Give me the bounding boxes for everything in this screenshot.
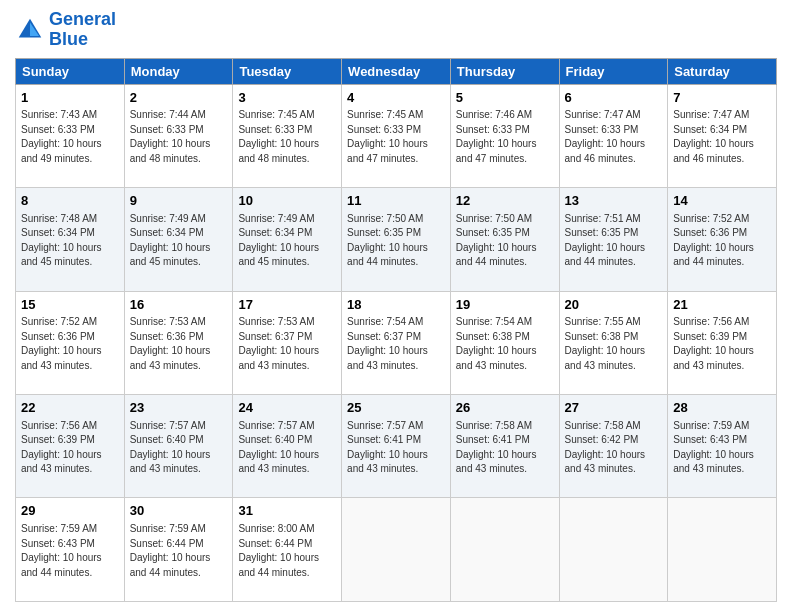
day-info: Sunrise: 7:56 AM Sunset: 6:39 PM Dayligh… (673, 316, 754, 371)
calendar-cell: 9 Sunrise: 7:49 AM Sunset: 6:34 PM Dayli… (124, 188, 233, 291)
calendar-cell: 15 Sunrise: 7:52 AM Sunset: 6:36 PM Dayl… (16, 291, 125, 394)
calendar-cell: 24 Sunrise: 7:57 AM Sunset: 6:40 PM Dayl… (233, 395, 342, 498)
day-info: Sunrise: 7:51 AM Sunset: 6:35 PM Dayligh… (565, 213, 646, 268)
day-info: Sunrise: 7:47 AM Sunset: 6:34 PM Dayligh… (673, 109, 754, 164)
calendar-cell: 12 Sunrise: 7:50 AM Sunset: 6:35 PM Dayl… (450, 188, 559, 291)
calendar-cell (342, 498, 451, 602)
logo-icon (15, 15, 45, 45)
day-info: Sunrise: 7:43 AM Sunset: 6:33 PM Dayligh… (21, 109, 102, 164)
calendar-cell: 18 Sunrise: 7:54 AM Sunset: 6:37 PM Dayl… (342, 291, 451, 394)
day-info: Sunrise: 7:53 AM Sunset: 6:37 PM Dayligh… (238, 316, 319, 371)
day-number: 18 (347, 296, 445, 314)
day-info: Sunrise: 7:50 AM Sunset: 6:35 PM Dayligh… (456, 213, 537, 268)
calendar-cell: 11 Sunrise: 7:50 AM Sunset: 6:35 PM Dayl… (342, 188, 451, 291)
day-info: Sunrise: 7:57 AM Sunset: 6:40 PM Dayligh… (130, 420, 211, 475)
day-info: Sunrise: 7:47 AM Sunset: 6:33 PM Dayligh… (565, 109, 646, 164)
day-info: Sunrise: 7:58 AM Sunset: 6:41 PM Dayligh… (456, 420, 537, 475)
calendar-cell (450, 498, 559, 602)
day-info: Sunrise: 7:59 AM Sunset: 6:43 PM Dayligh… (21, 523, 102, 578)
day-number: 24 (238, 399, 336, 417)
day-number: 22 (21, 399, 119, 417)
day-info: Sunrise: 7:55 AM Sunset: 6:38 PM Dayligh… (565, 316, 646, 371)
day-number: 17 (238, 296, 336, 314)
day-number: 14 (673, 192, 771, 210)
weekday-header: Saturday (668, 58, 777, 84)
day-number: 16 (130, 296, 228, 314)
day-number: 19 (456, 296, 554, 314)
calendar-cell: 19 Sunrise: 7:54 AM Sunset: 6:38 PM Dayl… (450, 291, 559, 394)
logo: General Blue (15, 10, 116, 50)
calendar-cell: 16 Sunrise: 7:53 AM Sunset: 6:36 PM Dayl… (124, 291, 233, 394)
day-info: Sunrise: 7:50 AM Sunset: 6:35 PM Dayligh… (347, 213, 428, 268)
day-info: Sunrise: 7:48 AM Sunset: 6:34 PM Dayligh… (21, 213, 102, 268)
calendar-cell: 30 Sunrise: 7:59 AM Sunset: 6:44 PM Dayl… (124, 498, 233, 602)
day-number: 5 (456, 89, 554, 107)
calendar-cell: 6 Sunrise: 7:47 AM Sunset: 6:33 PM Dayli… (559, 84, 668, 187)
weekday-header: Monday (124, 58, 233, 84)
day-number: 1 (21, 89, 119, 107)
day-number: 9 (130, 192, 228, 210)
day-number: 29 (21, 502, 119, 520)
day-number: 15 (21, 296, 119, 314)
day-info: Sunrise: 7:54 AM Sunset: 6:37 PM Dayligh… (347, 316, 428, 371)
day-number: 3 (238, 89, 336, 107)
day-number: 28 (673, 399, 771, 417)
day-number: 2 (130, 89, 228, 107)
day-info: Sunrise: 7:44 AM Sunset: 6:33 PM Dayligh… (130, 109, 211, 164)
calendar-cell: 1 Sunrise: 7:43 AM Sunset: 6:33 PM Dayli… (16, 84, 125, 187)
calendar-cell: 13 Sunrise: 7:51 AM Sunset: 6:35 PM Dayl… (559, 188, 668, 291)
day-info: Sunrise: 7:52 AM Sunset: 6:36 PM Dayligh… (673, 213, 754, 268)
day-number: 23 (130, 399, 228, 417)
calendar-cell: 20 Sunrise: 7:55 AM Sunset: 6:38 PM Dayl… (559, 291, 668, 394)
day-number: 12 (456, 192, 554, 210)
calendar-cell: 23 Sunrise: 7:57 AM Sunset: 6:40 PM Dayl… (124, 395, 233, 498)
calendar-cell (668, 498, 777, 602)
day-info: Sunrise: 8:00 AM Sunset: 6:44 PM Dayligh… (238, 523, 319, 578)
weekday-header: Thursday (450, 58, 559, 84)
day-number: 30 (130, 502, 228, 520)
day-info: Sunrise: 7:56 AM Sunset: 6:39 PM Dayligh… (21, 420, 102, 475)
day-number: 25 (347, 399, 445, 417)
day-number: 31 (238, 502, 336, 520)
day-info: Sunrise: 7:49 AM Sunset: 6:34 PM Dayligh… (238, 213, 319, 268)
weekday-header: Wednesday (342, 58, 451, 84)
day-number: 4 (347, 89, 445, 107)
day-number: 11 (347, 192, 445, 210)
calendar-cell: 4 Sunrise: 7:45 AM Sunset: 6:33 PM Dayli… (342, 84, 451, 187)
calendar-cell: 17 Sunrise: 7:53 AM Sunset: 6:37 PM Dayl… (233, 291, 342, 394)
day-number: 6 (565, 89, 663, 107)
day-info: Sunrise: 7:49 AM Sunset: 6:34 PM Dayligh… (130, 213, 211, 268)
calendar-cell: 2 Sunrise: 7:44 AM Sunset: 6:33 PM Dayli… (124, 84, 233, 187)
header: General Blue (15, 10, 777, 50)
calendar-cell: 26 Sunrise: 7:58 AM Sunset: 6:41 PM Dayl… (450, 395, 559, 498)
calendar-cell: 21 Sunrise: 7:56 AM Sunset: 6:39 PM Dayl… (668, 291, 777, 394)
day-number: 21 (673, 296, 771, 314)
day-number: 13 (565, 192, 663, 210)
day-info: Sunrise: 7:59 AM Sunset: 6:44 PM Dayligh… (130, 523, 211, 578)
day-info: Sunrise: 7:57 AM Sunset: 6:41 PM Dayligh… (347, 420, 428, 475)
day-info: Sunrise: 7:45 AM Sunset: 6:33 PM Dayligh… (347, 109, 428, 164)
day-info: Sunrise: 7:45 AM Sunset: 6:33 PM Dayligh… (238, 109, 319, 164)
weekday-header: Tuesday (233, 58, 342, 84)
calendar-cell: 7 Sunrise: 7:47 AM Sunset: 6:34 PM Dayli… (668, 84, 777, 187)
day-info: Sunrise: 7:53 AM Sunset: 6:36 PM Dayligh… (130, 316, 211, 371)
calendar-cell: 5 Sunrise: 7:46 AM Sunset: 6:33 PM Dayli… (450, 84, 559, 187)
day-number: 20 (565, 296, 663, 314)
calendar-cell: 3 Sunrise: 7:45 AM Sunset: 6:33 PM Dayli… (233, 84, 342, 187)
weekday-header: Friday (559, 58, 668, 84)
day-info: Sunrise: 7:52 AM Sunset: 6:36 PM Dayligh… (21, 316, 102, 371)
calendar-cell (559, 498, 668, 602)
calendar-cell: 27 Sunrise: 7:58 AM Sunset: 6:42 PM Dayl… (559, 395, 668, 498)
day-info: Sunrise: 7:46 AM Sunset: 6:33 PM Dayligh… (456, 109, 537, 164)
weekday-header: Sunday (16, 58, 125, 84)
day-info: Sunrise: 7:54 AM Sunset: 6:38 PM Dayligh… (456, 316, 537, 371)
calendar-cell: 25 Sunrise: 7:57 AM Sunset: 6:41 PM Dayl… (342, 395, 451, 498)
day-number: 7 (673, 89, 771, 107)
calendar-cell: 8 Sunrise: 7:48 AM Sunset: 6:34 PM Dayli… (16, 188, 125, 291)
calendar-cell: 14 Sunrise: 7:52 AM Sunset: 6:36 PM Dayl… (668, 188, 777, 291)
logo-text: General Blue (49, 10, 116, 50)
calendar-cell: 28 Sunrise: 7:59 AM Sunset: 6:43 PM Dayl… (668, 395, 777, 498)
calendar-cell: 31 Sunrise: 8:00 AM Sunset: 6:44 PM Dayl… (233, 498, 342, 602)
day-info: Sunrise: 7:58 AM Sunset: 6:42 PM Dayligh… (565, 420, 646, 475)
day-info: Sunrise: 7:59 AM Sunset: 6:43 PM Dayligh… (673, 420, 754, 475)
